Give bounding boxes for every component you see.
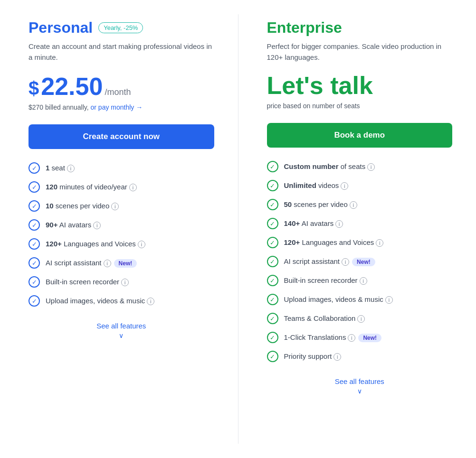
check-icon: ✓ [29, 219, 40, 231]
check-icon: ✓ [29, 276, 40, 288]
personal-price-period: /month [105, 87, 131, 97]
pay-monthly-link[interactable]: or pay monthly → [91, 103, 143, 111]
feature-text: AI script assistantiNew! [284, 257, 375, 266]
feature-text: Unlimited videosi [284, 181, 349, 190]
info-icon[interactable]: i [341, 182, 348, 190]
check-icon: ✓ [267, 161, 278, 172]
enterprise-chevron-icon: ∨ [267, 387, 453, 395]
check-icon: ✓ [29, 257, 40, 269]
check-icon: ✓ [29, 181, 40, 193]
info-icon[interactable]: i [376, 239, 383, 247]
personal-plan-description: Create an account and start making profe… [29, 41, 214, 63]
yearly-badge: Yearly, -25% [98, 22, 143, 33]
enterprise-feature-item: ✓Teams & Collaborationi [267, 313, 453, 324]
enterprise-feature-list: ✓Custom number of seatsi✓Unlimited video… [267, 161, 453, 362]
info-icon[interactable]: i [333, 353, 341, 361]
check-icon: ✓ [29, 162, 40, 174]
enterprise-feature-item: ✓Unlimited videosi [267, 180, 453, 191]
check-icon: ✓ [267, 256, 278, 267]
personal-feature-item: ✓Built-in screen recorderi [29, 276, 214, 288]
feature-text: AI script assistantiNew! [46, 259, 137, 267]
feature-text: 10 scenes per videoi [46, 202, 119, 210]
feature-text: Teams & Collaborationi [284, 314, 365, 323]
feature-text: Upload images, videos & musici [284, 295, 393, 304]
book-demo-button[interactable]: Book a demo [267, 123, 453, 148]
feature-text: Upload images, videos & musici [46, 297, 154, 305]
info-icon[interactable]: i [342, 258, 349, 266]
info-icon[interactable]: i [147, 298, 154, 305]
feature-text: 120+ Languages and Voicesi [284, 238, 384, 247]
check-icon: ✓ [267, 275, 278, 286]
pricing-container: Personal Yearly, -25% Create an account … [0, 0, 476, 458]
check-icon: ✓ [29, 295, 40, 307]
enterprise-plan-column: Enterprise Perfect for bigger companies.… [238, 0, 476, 458]
create-account-button[interactable]: Create account now [29, 124, 214, 149]
new-badge: New! [358, 334, 381, 342]
feature-text: 140+ AI avatarsi [284, 219, 343, 228]
info-icon[interactable]: i [121, 279, 129, 286]
feature-text: 120 minutes of video/yeari [46, 183, 137, 191]
enterprise-feature-item: ✓Built-in screen recorderi [267, 275, 453, 286]
info-icon[interactable]: i [129, 184, 137, 191]
check-icon: ✓ [267, 332, 278, 343]
info-icon[interactable]: i [350, 201, 357, 209]
info-icon[interactable]: i [93, 222, 101, 229]
personal-price-row: $ 22.50 /month [29, 72, 214, 101]
feature-text: Custom number of seatsi [284, 162, 375, 171]
check-icon: ✓ [267, 180, 278, 191]
personal-see-all-features[interactable]: See all features ∨ [29, 322, 214, 339]
enterprise-price-headline: Let's talk [267, 72, 453, 99]
personal-plan-title: Personal [29, 19, 93, 37]
enterprise-price-seats: price based on number of seats [267, 102, 453, 110]
enterprise-feature-item: ✓AI script assistantiNew! [267, 256, 453, 267]
personal-chevron-icon: ∨ [29, 332, 214, 339]
personal-plan-header: Personal Yearly, -25% [29, 19, 214, 37]
new-badge: New! [114, 259, 137, 268]
personal-feature-item: ✓AI script assistantiNew! [29, 257, 214, 269]
info-icon[interactable]: i [138, 241, 145, 248]
personal-price-dollar: $ [29, 78, 39, 99]
check-icon: ✓ [267, 237, 278, 248]
feature-text: 1 seati [46, 164, 75, 172]
info-icon[interactable]: i [367, 163, 375, 171]
feature-text: 1-Click TranslationsiNew! [284, 333, 382, 342]
feature-text: Priority supporti [284, 352, 342, 361]
info-icon[interactable]: i [385, 296, 393, 304]
personal-feature-item: ✓Upload images, videos & musici [29, 295, 214, 307]
new-badge: New! [352, 258, 375, 266]
enterprise-feature-item: ✓Upload images, videos & musici [267, 294, 453, 305]
check-icon: ✓ [267, 218, 278, 229]
feature-text: 90+ AI avatarsi [46, 221, 101, 229]
enterprise-feature-item: ✓1-Click TranslationsiNew! [267, 332, 453, 343]
check-icon: ✓ [267, 199, 278, 210]
enterprise-see-all-features[interactable]: See all features ∨ [267, 377, 453, 395]
personal-feature-item: ✓120 minutes of video/yeari [29, 181, 214, 193]
enterprise-feature-item: ✓120+ Languages and Voicesi [267, 237, 453, 248]
check-icon: ✓ [267, 351, 278, 362]
check-icon: ✓ [29, 200, 40, 212]
enterprise-plan-header: Enterprise [267, 19, 453, 37]
feature-text: 50 scenes per videoi [284, 200, 357, 209]
personal-price-amount: 22.50 [41, 72, 103, 101]
feature-text: Built-in screen recorderi [46, 278, 129, 286]
info-icon[interactable]: i [357, 315, 365, 323]
personal-price-billed: $270 billed annually, or pay monthly → [29, 103, 214, 111]
personal-feature-list: ✓1 seati✓120 minutes of video/yeari✓10 s… [29, 162, 214, 307]
personal-plan-column: Personal Yearly, -25% Create an account … [0, 0, 238, 458]
check-icon: ✓ [267, 294, 278, 305]
personal-feature-item: ✓10 scenes per videoi [29, 200, 214, 212]
info-icon[interactable]: i [360, 277, 367, 285]
check-icon: ✓ [267, 313, 278, 324]
info-icon[interactable]: i [111, 203, 119, 210]
enterprise-feature-item: ✓Priority supporti [267, 351, 453, 362]
personal-feature-item: ✓90+ AI avatarsi [29, 219, 214, 231]
enterprise-feature-item: ✓Custom number of seatsi [267, 161, 453, 172]
enterprise-plan-title: Enterprise [267, 19, 342, 37]
info-icon[interactable]: i [348, 334, 355, 342]
personal-feature-item: ✓1 seati [29, 162, 214, 174]
info-icon[interactable]: i [335, 220, 343, 228]
info-icon[interactable]: i [67, 165, 75, 172]
info-icon[interactable]: i [104, 260, 111, 267]
enterprise-feature-item: ✓50 scenes per videoi [267, 199, 453, 210]
enterprise-plan-description: Perfect for bigger companies. Scale vide… [267, 41, 453, 63]
